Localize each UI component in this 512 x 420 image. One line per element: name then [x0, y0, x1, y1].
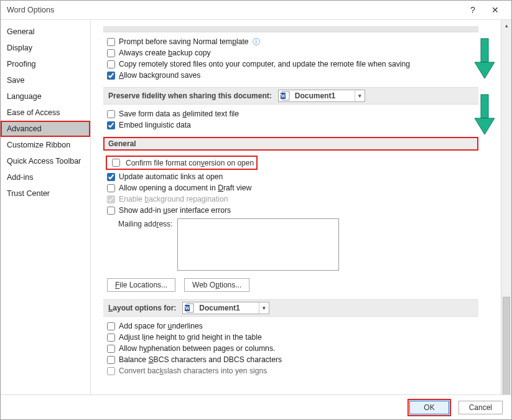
svg-marker-1	[475, 62, 495, 78]
word-icon: W	[184, 303, 194, 313]
sidebar-item-add-ins[interactable]: Add-ins	[1, 169, 90, 185]
checkbox-adjust-line-height[interactable]	[107, 334, 115, 342]
checkbox-copy-remote[interactable]	[107, 60, 115, 68]
checkbox-allow-bg-saves[interactable]	[107, 72, 115, 80]
sidebar-item-general[interactable]: General	[1, 24, 90, 40]
option-allow-draft[interactable]: Allow opening a document in Draft view	[107, 184, 478, 192]
checkbox-add-space-underlines[interactable]	[107, 322, 115, 330]
checkbox-show-addin-errors[interactable]	[107, 207, 115, 215]
svg-text:W: W	[281, 93, 286, 99]
label-allow-draft: Allow opening a document in Draft view	[119, 184, 251, 192]
section-title-general: General	[108, 139, 136, 148]
sidebar-item-advanced[interactable]: Advanced	[1, 121, 90, 137]
ok-highlight: OK	[407, 399, 450, 416]
checkbox-balance-sbcs[interactable]	[107, 356, 115, 364]
option-always-backup[interactable]: Always create backup copy	[107, 49, 478, 57]
section-preserve-fidelity: Preserve fidelity when sharing this docu…	[103, 87, 478, 105]
dialog-footer: OK Cancel	[1, 394, 511, 419]
sidebar-item-customize-ribbon[interactable]: Customize Ribbon	[1, 137, 90, 153]
annotation-arrow-2	[472, 93, 497, 137]
option-convert-backslash[interactable]: Convert backslash characters into yen si…	[107, 366, 478, 375]
sidebar-item-save[interactable]: Save	[1, 72, 90, 88]
option-update-links[interactable]: Update automatic links at open	[107, 172, 478, 181]
combo-fidelity-doc[interactable]: W Document1 ▾	[278, 90, 365, 102]
vertical-scrollbar[interactable]: ▴ ▾	[501, 20, 511, 394]
label-prompt-before-normal: Prompt before saving Normal template	[119, 37, 249, 46]
option-adjust-line-height[interactable]: Adjust line height to grid height in the…	[107, 333, 478, 342]
sidebar-item-display[interactable]: Display	[1, 40, 90, 56]
label-embed-linguistic: Embed linguistic data	[119, 121, 191, 129]
checkbox-enable-bg-repag	[107, 195, 115, 203]
sidebar-item-proofing[interactable]: Proofing	[1, 56, 90, 72]
option-enable-bg-repag: Enable background repagination	[107, 195, 478, 203]
svg-text:W: W	[185, 306, 190, 311]
option-allow-hyphenation[interactable]: Allow hyphenation between pages or colum…	[107, 344, 478, 353]
label-adjust-line-height: Adjust line height to grid height in the…	[119, 333, 262, 342]
svg-rect-0	[481, 39, 488, 62]
close-icon: ✕	[491, 5, 499, 15]
combo-layout-text: Document1	[197, 304, 259, 312]
file-locations-button[interactable]: File Locations...	[107, 278, 175, 292]
label-mailing-address: Mailing address:	[118, 218, 172, 228]
checkbox-allow-hyphenation[interactable]	[107, 345, 115, 353]
titlebar: Word Options ? ✕	[1, 1, 511, 19]
web-options-button[interactable]: Web Options...	[184, 278, 249, 292]
section-title-preserve-fidelity: Preserve fidelity when sharing this docu…	[108, 91, 272, 100]
svg-rect-2	[481, 95, 488, 118]
option-add-space-underlines[interactable]: Add space for underlines	[107, 322, 478, 330]
scrollbar-thumb[interactable]	[503, 297, 510, 394]
combo-layout-doc[interactable]: W Document1 ▾	[182, 302, 269, 314]
scroll-up-button[interactable]: ▴	[501, 20, 511, 30]
label-allow-hyphenation: Allow hyphenation between pages or colum…	[119, 344, 275, 353]
option-save-form-data[interactable]: Save form data as delimited text file	[107, 110, 478, 118]
checkbox-always-backup[interactable]	[107, 49, 115, 57]
checkbox-prompt-before-normal[interactable]	[107, 38, 115, 46]
checkbox-update-links[interactable]	[107, 173, 115, 181]
sidebar-item-trust-center[interactable]: Trust Center	[1, 185, 90, 202]
help-button[interactable]: ?	[462, 1, 484, 19]
window-title: Word Options	[7, 6, 54, 14]
textarea-mailing-address[interactable]	[177, 218, 339, 271]
label-show-addin-errors: Show add-in user interface errors	[119, 206, 231, 215]
option-balance-sbcs[interactable]: Balance SBCS characters and DBCS charact…	[107, 355, 478, 364]
sidebar: General Display Proofing Save Language E…	[1, 20, 91, 394]
option-show-addin-errors[interactable]: Show add-in user interface errors	[107, 206, 478, 215]
chevron-down-icon: ▾	[259, 302, 269, 314]
word-icon: W	[280, 91, 290, 101]
option-copy-remote[interactable]: Copy remotely stored files onto your com…	[107, 60, 478, 68]
sidebar-item-quick-access-toolbar[interactable]: Quick Access Toolbar	[1, 153, 90, 169]
checkbox-embed-linguistic[interactable]	[107, 121, 115, 129]
label-convert-backslash: Convert backslash characters into yen si…	[119, 366, 267, 375]
help-icon: ?	[470, 5, 475, 15]
option-embed-linguistic[interactable]: Embed linguistic data	[107, 121, 478, 129]
label-enable-bg-repag: Enable background repagination	[119, 195, 228, 203]
sidebar-item-ease-of-access[interactable]: Ease of Access	[1, 105, 90, 121]
ok-button[interactable]: OK	[409, 401, 449, 414]
label-allow-bg-saves: Allow background saves	[119, 71, 200, 80]
sidebar-item-language[interactable]: Language	[1, 88, 90, 105]
checkbox-allow-draft[interactable]	[107, 184, 115, 192]
info-icon[interactable]: i	[253, 38, 260, 45]
label-confirm-conversion: Confirm file format conversion on open	[126, 159, 254, 167]
option-confirm-conversion[interactable]: Confirm file format conversion on open	[106, 156, 258, 170]
checkbox-save-form-data[interactable]	[107, 110, 115, 118]
close-button[interactable]: ✕	[484, 1, 506, 19]
svg-marker-3	[475, 118, 495, 134]
label-balance-sbcs: Balance SBCS characters and DBCS charact…	[119, 355, 282, 364]
annotation-arrow-1	[472, 37, 497, 81]
section-title-layout: Layout options for:	[108, 304, 176, 312]
option-allow-bg-saves[interactable]: Allow background saves	[107, 71, 478, 80]
label-always-backup: Always create backup copy	[119, 49, 211, 57]
checkbox-confirm-conversion[interactable]	[112, 159, 120, 167]
cancel-button[interactable]: Cancel	[458, 401, 503, 414]
option-prompt-before-normal[interactable]: Prompt before saving Normal template i	[107, 37, 478, 46]
top-gray-strip	[103, 26, 478, 32]
scrollbar-track[interactable]	[501, 30, 511, 384]
checkbox-convert-backslash[interactable]	[107, 367, 115, 375]
options-scroll-area: Prompt before saving Normal template i A…	[91, 20, 501, 394]
label-add-space-underlines: Add space for underlines	[119, 322, 203, 330]
label-save-form-data: Save form data as delimited text file	[119, 110, 239, 118]
section-layout-options: Layout options for: W Document1 ▾	[103, 299, 478, 317]
section-general: General	[103, 137, 478, 151]
label-copy-remote: Copy remotely stored files onto your com…	[119, 60, 410, 68]
